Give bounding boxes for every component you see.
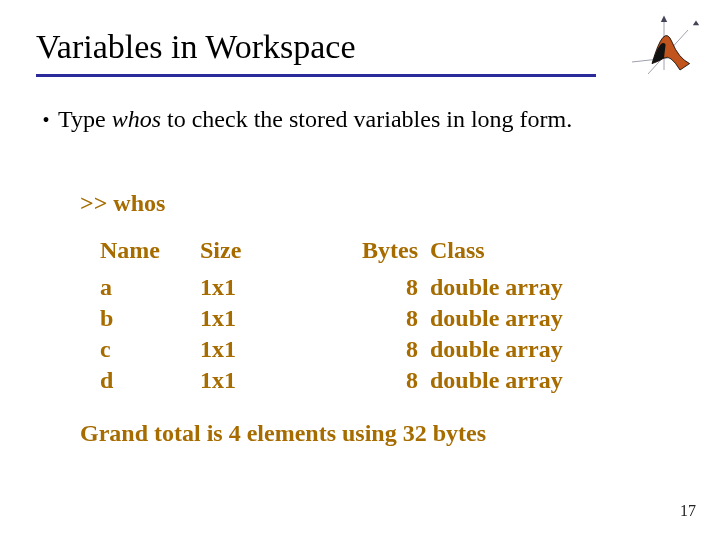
bullet-text: Type whos to check the stored variables …	[58, 106, 572, 133]
table-cell: double array	[430, 367, 600, 394]
table-cell: 8	[340, 274, 430, 301]
slide-title: Variables in Workspace	[36, 28, 356, 72]
svg-marker-3	[693, 20, 699, 25]
table-cell: 1x1	[200, 274, 340, 301]
table-cell: 8	[340, 336, 430, 363]
page-number: 17	[680, 502, 696, 520]
bullet-text-before: Type	[58, 106, 112, 132]
col-size-header: Size	[200, 237, 340, 264]
col-name-header: Name	[100, 237, 200, 264]
code-output: >> whos Name Size Bytes Class a 1x1 8 do…	[80, 190, 600, 447]
table-cell: a	[100, 274, 200, 301]
whos-table: a 1x1 8 double array b 1x1 8 double arra…	[100, 274, 600, 394]
table-cell: 1x1	[200, 367, 340, 394]
bullet-dot-icon: •	[34, 109, 58, 132]
table-cell: 8	[340, 367, 430, 394]
bullet-item: • Type whos to check the stored variable…	[34, 106, 572, 133]
table-cell: 1x1	[200, 336, 340, 363]
table-cell: d	[100, 367, 200, 394]
slide: Variables in Workspace • Type whos to ch…	[0, 0, 720, 540]
matlab-logo-icon	[624, 14, 704, 78]
col-bytes-header: Bytes	[340, 237, 430, 264]
grand-total: Grand total is 4 elements using 32 bytes	[80, 420, 600, 447]
title-underline	[36, 74, 596, 77]
table-cell: 1x1	[200, 305, 340, 332]
table-cell: double array	[430, 274, 600, 301]
table-cell: b	[100, 305, 200, 332]
svg-marker-4	[661, 16, 667, 22]
table-cell: c	[100, 336, 200, 363]
table-cell: double array	[430, 305, 600, 332]
whos-header-row: Name Size Bytes Class	[100, 237, 600, 264]
bullet-command: whos	[112, 106, 161, 132]
col-class-header: Class	[430, 237, 600, 264]
code-prompt: >> whos	[80, 190, 600, 217]
bullet-text-after: to check the stored variables in long fo…	[161, 106, 572, 132]
table-cell: double array	[430, 336, 600, 363]
table-cell: 8	[340, 305, 430, 332]
